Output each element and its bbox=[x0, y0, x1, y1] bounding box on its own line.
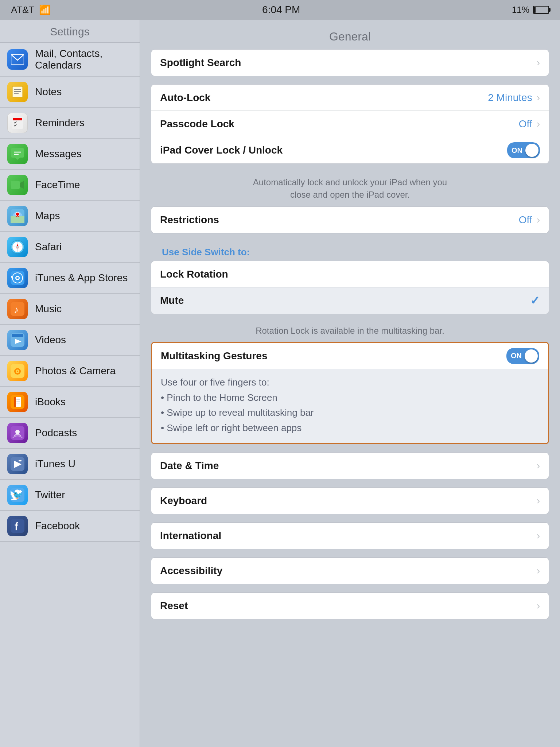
keyboard-group: Keyboard › bbox=[151, 487, 549, 514]
mute-checkmark: ✓ bbox=[530, 294, 540, 307]
reset-chevron: › bbox=[537, 600, 540, 612]
itunes-icon bbox=[7, 268, 28, 288]
mute-label: Mute bbox=[160, 295, 530, 306]
sidebar-item-maps[interactable]: Maps bbox=[0, 201, 140, 232]
keyboard-label: Keyboard bbox=[160, 495, 537, 507]
keyboard-chevron: › bbox=[537, 495, 540, 507]
svg-rect-41 bbox=[14, 397, 16, 407]
multitasking-toggle-switch[interactable]: ON bbox=[506, 348, 539, 364]
carrier-text: AT&T bbox=[11, 4, 35, 16]
svg-marker-14 bbox=[20, 181, 24, 189]
sidebar-item-facetime-label: FaceTime bbox=[35, 179, 80, 191]
sidebar-item-maps-label: Maps bbox=[35, 210, 60, 222]
content-panel: General Spotlight Search › Auto-Lock 2 M… bbox=[140, 20, 560, 747]
accessibility-group: Accessibility › bbox=[151, 557, 549, 584]
content-title: General bbox=[151, 27, 549, 49]
spotlight-row[interactable]: Spotlight Search › bbox=[151, 50, 549, 76]
sidebar-item-reminders[interactable]: Reminders bbox=[0, 108, 140, 139]
music-icon: ♪ bbox=[7, 299, 28, 319]
sidebar-item-music-label: Music bbox=[35, 303, 62, 315]
autolock-row[interactable]: Auto-Lock 2 Minutes › bbox=[151, 85, 549, 111]
lock-group: Auto-Lock 2 Minutes › Passcode Lock Off … bbox=[151, 84, 549, 164]
ipad-cover-label: iPad Cover Lock / Unlock bbox=[160, 144, 507, 156]
multitasking-desc-item-2: • Swipe left or right between apps bbox=[161, 421, 539, 436]
status-bar: AT&T 📶 6:04 PM 11% bbox=[0, 0, 560, 20]
svg-rect-13 bbox=[11, 181, 20, 189]
spotlight-label: Spotlight Search bbox=[160, 57, 537, 69]
svg-text:🐦: 🐦 bbox=[13, 490, 23, 500]
datetime-chevron: › bbox=[537, 460, 540, 472]
passcode-chevron: › bbox=[537, 118, 540, 130]
datetime-row[interactable]: Date & Time › bbox=[151, 453, 549, 479]
reset-row[interactable]: Reset › bbox=[151, 593, 549, 619]
accessibility-chevron: › bbox=[537, 565, 540, 577]
passcode-row[interactable]: Passcode Lock Off › bbox=[151, 111, 549, 137]
notes-icon bbox=[7, 82, 28, 102]
itunesu-icon bbox=[7, 454, 28, 474]
autolock-value: 2 Minutes bbox=[488, 92, 532, 104]
multitasking-group: Multitasking Gestures ON Use four or fiv… bbox=[151, 342, 549, 444]
mute-row[interactable]: Mute ✓ bbox=[151, 287, 549, 314]
facetime-icon bbox=[7, 175, 28, 195]
passcode-label: Passcode Lock bbox=[160, 118, 519, 130]
sidebar-item-videos-label: Videos bbox=[35, 334, 66, 346]
side-switch-label: Use Side Switch to: bbox=[151, 241, 549, 261]
sidebar-item-facebook[interactable]: f Facebook bbox=[0, 511, 140, 542]
twitter-icon: 🐦 bbox=[7, 485, 28, 505]
status-right: 11% bbox=[512, 5, 549, 15]
multitasking-description: Use four or five fingers to: • Pinch to … bbox=[152, 369, 548, 443]
sidebar-item-messages[interactable]: Messages bbox=[0, 139, 140, 170]
sidebar-item-ibooks[interactable]: iBooks bbox=[0, 387, 140, 418]
multitasking-toggle[interactable]: ON bbox=[506, 348, 539, 364]
lock-rotation-row[interactable]: Lock Rotation bbox=[151, 261, 549, 287]
sidebar-item-reminders-label: Reminders bbox=[35, 117, 84, 129]
international-group: International › bbox=[151, 522, 549, 549]
reminders-icon bbox=[7, 113, 28, 133]
restrictions-label: Restrictions bbox=[160, 214, 519, 226]
sidebar-item-twitter[interactable]: 🐦 Twitter bbox=[0, 480, 140, 511]
toggle-on-label: ON bbox=[512, 146, 522, 155]
status-left: AT&T 📶 bbox=[11, 4, 51, 16]
sidebar-item-notes[interactable]: Notes bbox=[0, 77, 140, 108]
sidebar-item-mail[interactable]: Mail, Contacts, Calendars bbox=[0, 43, 140, 77]
ipad-cover-row[interactable]: iPad Cover Lock / Unlock ON bbox=[151, 137, 549, 163]
battery-fill bbox=[534, 7, 536, 13]
restrictions-group: Restrictions Off › bbox=[151, 206, 549, 233]
international-row[interactable]: International › bbox=[151, 523, 549, 549]
sidebar-item-itunes[interactable]: iTunes & App Stores bbox=[0, 263, 140, 294]
sidebar-item-safari[interactable]: Safari bbox=[0, 232, 140, 263]
sidebar-item-facebook-label: Facebook bbox=[35, 520, 80, 532]
sidebar-item-itunesu[interactable]: iTunes U bbox=[0, 449, 140, 480]
multitasking-header-row[interactable]: Multitasking Gestures ON bbox=[152, 343, 548, 369]
podcasts-icon bbox=[7, 423, 28, 443]
sidebar-item-videos[interactable]: Videos bbox=[0, 325, 140, 356]
sidebar-item-safari-label: Safari bbox=[35, 241, 62, 253]
wifi-icon: 📶 bbox=[39, 4, 51, 16]
accessibility-label: Accessibility bbox=[160, 565, 537, 577]
status-time: 6:04 PM bbox=[262, 4, 300, 16]
sidebar-item-itunesu-label: iTunes U bbox=[35, 458, 75, 470]
sidebar-item-facetime[interactable]: FaceTime bbox=[0, 170, 140, 201]
restrictions-row[interactable]: Restrictions Off › bbox=[151, 207, 549, 233]
sidebar-item-photos[interactable]: Photos & Camera bbox=[0, 356, 140, 387]
sidebar: Settings Mail, Contacts, Calendars Notes bbox=[0, 20, 140, 747]
safari-icon bbox=[7, 237, 28, 257]
sidebar-item-twitter-label: Twitter bbox=[35, 489, 65, 501]
sidebar-item-podcasts-label: Podcasts bbox=[35, 427, 77, 439]
autolock-label: Auto-Lock bbox=[160, 92, 488, 104]
sidebar-item-music[interactable]: ♪ Music bbox=[0, 294, 140, 325]
autolock-chevron: › bbox=[537, 92, 540, 104]
toggle-on-switch[interactable]: ON bbox=[507, 142, 540, 158]
international-chevron: › bbox=[537, 530, 540, 542]
sidebar-item-itunes-label: iTunes & App Stores bbox=[35, 272, 128, 284]
ipad-cover-toggle[interactable]: ON bbox=[507, 142, 540, 158]
main-content: Settings Mail, Contacts, Calendars Notes bbox=[0, 20, 560, 747]
sidebar-item-podcasts[interactable]: Podcasts bbox=[0, 418, 140, 449]
restrictions-chevron: › bbox=[537, 214, 540, 226]
facebook-icon: f bbox=[7, 516, 28, 536]
keyboard-row[interactable]: Keyboard › bbox=[151, 488, 549, 514]
toggle-knob bbox=[525, 144, 538, 157]
accessibility-row[interactable]: Accessibility › bbox=[151, 558, 549, 584]
multitasking-label: Multitasking Gestures bbox=[161, 350, 506, 362]
videos-icon bbox=[7, 330, 28, 350]
